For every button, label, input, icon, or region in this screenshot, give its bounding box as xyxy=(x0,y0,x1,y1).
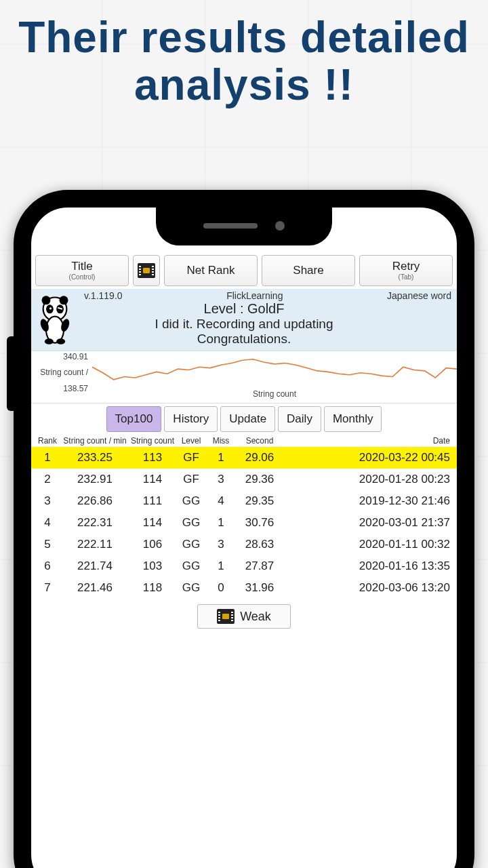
film-icon xyxy=(217,609,235,624)
cell: 226.86 xyxy=(61,494,129,508)
hdr-sec: Second xyxy=(236,436,283,446)
cell: 114 xyxy=(129,516,176,530)
cell: 106 xyxy=(129,538,176,551)
title-button[interactable]: Title (Control) xyxy=(35,255,129,286)
level-text: Level : GoldF xyxy=(37,301,451,317)
retry-button-label: Retry xyxy=(392,260,420,273)
chart-xlabel: String count xyxy=(92,389,457,399)
hdr-date: Date xyxy=(283,436,454,446)
sparkline-chart: 340.91 String count / 138.57 String coun… xyxy=(31,351,457,403)
cell: 103 xyxy=(129,559,176,573)
result-banner: v.1.119.0 FlickLearning Japanese word Le… xyxy=(31,289,457,351)
table-row[interactable]: 1233.25113GF129.062020-03-22 00:45 xyxy=(31,447,457,469)
cell: 2020-01-28 00:23 xyxy=(283,473,454,486)
congrats-line1: I did it. Recording and updating xyxy=(37,317,451,332)
tab-top100[interactable]: Top100 xyxy=(106,406,162,432)
cell: 233.25 xyxy=(61,451,129,465)
chart-ymax: 340.91 xyxy=(63,353,88,361)
version-text: v.1.119.0 xyxy=(84,290,123,301)
cell: GF xyxy=(176,473,206,486)
app-name: FlickLearning xyxy=(226,290,283,301)
cell: 0 xyxy=(206,581,236,595)
retry-button-sub: (Tab) xyxy=(399,273,414,281)
cell: 5 xyxy=(34,538,61,551)
weak-button[interactable]: Weak xyxy=(197,604,291,629)
cell: 1 xyxy=(34,451,61,465)
cell: 118 xyxy=(129,581,176,595)
video-button[interactable] xyxy=(133,255,160,286)
table-row[interactable]: 2232.91114GF329.362020-01-28 00:23 xyxy=(31,469,457,490)
phone-side-button xyxy=(7,336,16,411)
film-icon xyxy=(138,263,155,278)
cell: 29.06 xyxy=(236,451,283,465)
cell: 7 xyxy=(34,581,61,595)
svg-point-9 xyxy=(45,338,54,344)
cell: 221.74 xyxy=(61,559,129,573)
table-row[interactable]: 7221.46118GG031.962020-03-06 13:20 xyxy=(31,577,457,599)
share-button[interactable]: Share xyxy=(262,255,355,286)
cell: GF xyxy=(176,451,206,465)
hdr-rank: Rank xyxy=(34,436,61,446)
cell: 6 xyxy=(34,559,61,573)
cell: 232.91 xyxy=(61,473,129,486)
cell: 4 xyxy=(206,494,236,508)
cell: 2019-12-30 21:46 xyxy=(283,494,454,508)
chart-ylabel: String count / xyxy=(40,368,88,377)
tab-daily[interactable]: Daily xyxy=(278,406,321,432)
svg-point-2 xyxy=(60,296,68,304)
share-button-label: Share xyxy=(293,264,323,277)
svg-point-1 xyxy=(42,296,51,304)
cell: 222.31 xyxy=(61,516,129,530)
table-row[interactable]: 4222.31114GG130.762020-03-01 21:37 xyxy=(31,512,457,534)
cell: GG xyxy=(176,516,206,530)
phone-frame: Title (Control) Net Rank Share Retry (Ta… xyxy=(14,190,474,868)
cell: 222.11 xyxy=(61,538,129,551)
cell: 113 xyxy=(129,451,176,465)
congrats-line2: Congratulations. xyxy=(37,332,451,347)
cell: 2020-01-11 00:32 xyxy=(283,538,454,551)
tab-update[interactable]: Update xyxy=(220,406,275,432)
cell: 1 xyxy=(206,516,236,530)
screen: Title (Control) Net Rank Share Retry (Ta… xyxy=(31,208,457,868)
retry-button[interactable]: Retry (Tab) xyxy=(359,255,453,286)
bottom-button-row: Weak xyxy=(31,599,457,634)
title-button-sub: (Control) xyxy=(69,273,96,281)
table-row[interactable]: 5222.11106GG328.632020-01-11 00:32 xyxy=(31,534,457,555)
cell: 29.36 xyxy=(236,473,283,486)
netrank-button[interactable]: Net Rank xyxy=(164,255,258,286)
cell: 29.35 xyxy=(236,494,283,508)
promo-headline: Their results detailed analysis !! xyxy=(0,0,488,116)
cell: 27.87 xyxy=(236,559,283,573)
sparkline-svg xyxy=(92,351,457,391)
cell: 2020-03-01 21:37 xyxy=(283,516,454,530)
svg-point-10 xyxy=(56,338,65,344)
weak-button-label: Weak xyxy=(240,610,271,624)
cell: 2020-03-06 13:20 xyxy=(283,581,454,595)
table-row[interactable]: 6221.74103GG127.872020-01-16 13:35 xyxy=(31,555,457,577)
cell: 2020-03-22 00:45 xyxy=(283,451,454,465)
hdr-sc: String count xyxy=(129,436,176,446)
cell: GG xyxy=(176,494,206,508)
tab-history[interactable]: History xyxy=(164,406,218,432)
cell: GG xyxy=(176,538,206,551)
cell: 31.96 xyxy=(236,581,283,595)
cell: GG xyxy=(176,559,206,573)
tab-monthly[interactable]: Monthly xyxy=(324,406,382,432)
cell: 30.76 xyxy=(236,516,283,530)
cell: 3 xyxy=(34,494,61,508)
cell: 2 xyxy=(34,473,61,486)
toolbar: Title (Control) Net Rank Share Retry (Ta… xyxy=(31,252,457,289)
cell: 3 xyxy=(206,538,236,551)
cell: 1 xyxy=(206,451,236,465)
cell: 1 xyxy=(206,559,236,573)
table-row[interactable]: 3226.86111GG429.352019-12-30 21:46 xyxy=(31,490,457,512)
panda-icon xyxy=(33,293,77,346)
cell: 28.63 xyxy=(236,538,283,551)
cell: 2020-01-16 13:35 xyxy=(283,559,454,573)
svg-point-5 xyxy=(49,307,52,309)
table-header-row: Rank String count / min String count Lev… xyxy=(31,435,457,447)
hdr-scm: String count / min xyxy=(61,436,129,446)
title-button-label: Title xyxy=(71,260,93,273)
chart-ymin: 138.57 xyxy=(63,384,88,393)
hdr-lvl: Level xyxy=(176,436,206,446)
